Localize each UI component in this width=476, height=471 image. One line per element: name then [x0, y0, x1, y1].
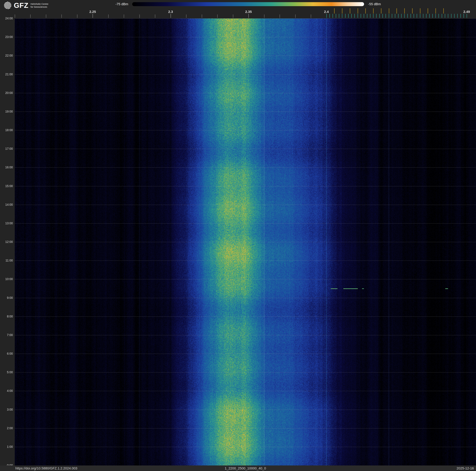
hour-gridline: [15, 354, 476, 354]
time-label: 21:00: [0, 72, 13, 76]
time-label: 7:00: [0, 333, 13, 337]
freq-tick: [46, 15, 46, 18]
channel-tick-teal: [414, 14, 414, 18]
channel-tick-teal: [364, 14, 364, 18]
hour-gridline: [15, 205, 476, 205]
channel-tick-teal: [351, 14, 352, 18]
freq-tick: [248, 14, 249, 18]
time-label: 5:00: [0, 370, 13, 374]
channel-tick-teal: [339, 14, 339, 18]
freq-tick-label: 2.25: [89, 10, 96, 14]
time-label: 16:00: [0, 165, 13, 169]
freq-tick: [93, 14, 93, 18]
time-label: 10:00: [0, 277, 13, 281]
footer-bar: https://doi.org/10.5880/GFZ.1.2.2024.003…: [0, 466, 476, 471]
channel-tick-teal: [333, 14, 333, 18]
hour-gridline: [15, 93, 476, 93]
channel-tick-yellow: [396, 8, 397, 14]
time-axis: 24:0023:0022:0021:0020:0019:0018:0017:00…: [0, 0, 15, 471]
hour-gridline: [15, 130, 476, 130]
doi-link[interactable]: https://doi.org/10.5880/GFZ.1.2.2024.003: [15, 466, 77, 471]
hour-gridline: [15, 391, 476, 391]
hour-gridline: [15, 279, 476, 279]
time-label: 15:00: [0, 184, 13, 188]
channel-tick-teal: [345, 14, 345, 18]
freq-tick: [139, 15, 140, 18]
hour-gridline: [15, 410, 476, 410]
channel-tick-yellow: [412, 8, 413, 14]
time-label: 2:00: [0, 426, 13, 430]
freq-tick: [295, 15, 296, 18]
channel-tick-teal: [417, 14, 417, 18]
freq-tick: [280, 15, 280, 18]
time-label: 11:00: [0, 259, 13, 262]
freq-tick: [108, 15, 109, 18]
channel-tick-teal: [426, 14, 426, 18]
hour-gridline: [15, 149, 476, 149]
channel-tick-teal: [439, 14, 439, 18]
freq-gridline: [326, 18, 327, 466]
time-label: 6:00: [0, 352, 13, 355]
time-label: 8:00: [0, 315, 13, 318]
freq-tick: [233, 15, 233, 18]
hour-gridline: [15, 37, 476, 37]
time-label: 23:00: [0, 35, 13, 39]
channel-tick-teal: [348, 14, 349, 18]
channel-tick-yellow: [443, 8, 444, 14]
channel-tick-teal: [404, 14, 405, 18]
channel-tick-teal: [435, 14, 436, 18]
channel-tick-teal: [423, 14, 423, 18]
channel-tick-teal: [373, 14, 374, 18]
channel-tick-teal: [420, 14, 420, 18]
channel-tick-teal: [342, 14, 342, 18]
channel-tick-teal: [411, 14, 411, 18]
channel-tick-teal: [367, 14, 367, 18]
channel-tick-teal: [392, 14, 392, 18]
channel-tick-yellow: [428, 8, 428, 14]
channel-tick-teal: [376, 14, 376, 18]
freq-tick-label: 2.3: [168, 10, 173, 14]
channel-tick-teal: [457, 14, 458, 18]
channel-tick-teal: [361, 14, 361, 18]
hour-gridline: [15, 242, 476, 242]
channel-tick-teal: [451, 14, 451, 18]
channel-tick-yellow: [381, 8, 381, 14]
channel-tick-yellow: [404, 8, 405, 14]
channel-tick-teal: [429, 14, 430, 18]
channel-tick-yellow: [342, 8, 342, 14]
channel-tick-yellow: [357, 8, 358, 14]
channel-tick-teal: [370, 14, 370, 18]
channel-tick-yellow: [420, 8, 420, 14]
channel-tick-teal: [329, 14, 330, 18]
freq-gridline: [389, 18, 389, 466]
channel-tick-teal: [389, 14, 389, 18]
freq-tick: [155, 15, 155, 18]
time-label: 4:00: [0, 389, 13, 393]
channel-tick-teal: [398, 14, 398, 18]
channel-tick-yellow: [435, 8, 436, 14]
time-label: 22:00: [0, 54, 13, 57]
channel-tick-yellow: [350, 8, 350, 14]
channel-tick-teal: [379, 14, 380, 18]
time-label: 14:00: [0, 203, 13, 206]
channel-tick-teal: [432, 14, 433, 18]
time-label: 13:00: [0, 221, 13, 225]
hour-gridline: [15, 298, 476, 298]
channel-tick-teal: [354, 14, 355, 18]
channel-tick-teal: [326, 14, 327, 18]
time-label: 18:00: [0, 128, 13, 132]
channel-tick-teal: [395, 14, 395, 18]
freq-tick-label: 2.4: [324, 10, 329, 14]
freq-gridline: [264, 18, 264, 466]
spectrogram-plot: [15, 18, 476, 466]
freq-tick: [77, 15, 77, 18]
channel-tick-yellow: [365, 8, 366, 14]
time-label: 12:00: [0, 240, 13, 244]
freq-tick: [124, 15, 124, 18]
channel-tick-teal: [336, 14, 336, 18]
freq-gridline: [139, 18, 140, 466]
time-label: 17:00: [0, 147, 13, 150]
freq-tick: [61, 15, 62, 18]
spectrogram-page: GFZ Helmholtz Centre for Geosciences -75…: [0, 0, 476, 471]
freq-tick: [202, 15, 202, 18]
